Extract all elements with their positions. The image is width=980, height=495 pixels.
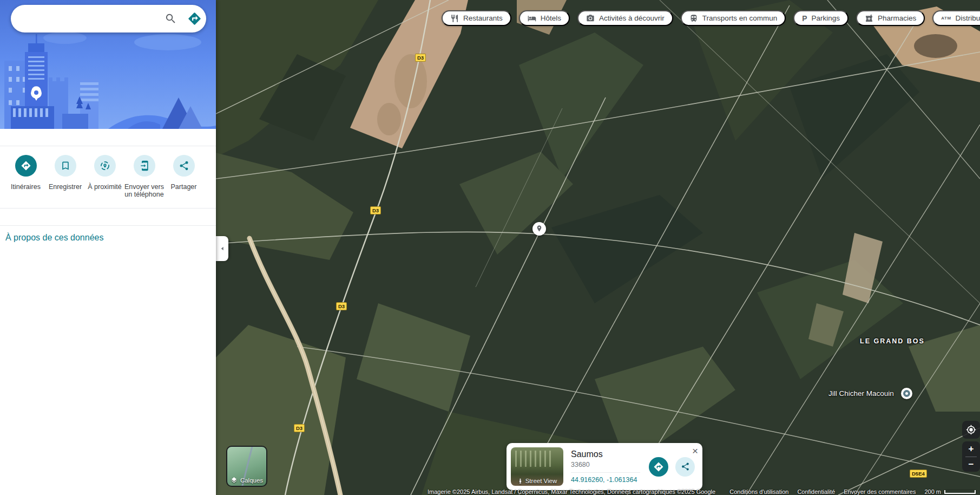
share-icon: [681, 462, 690, 471]
category-chips: Restaurants Hôtels Activités à découvrir…: [442, 10, 980, 26]
search-box: [11, 5, 206, 32]
chip-label: Transports en commun: [702, 14, 777, 22]
google-maps-app: Restaurants Hôtels Activités à découvrir…: [0, 0, 980, 495]
my-location-icon: [966, 425, 976, 435]
search-input[interactable]: [11, 14, 159, 23]
poi-label-jill-chicher-macouin: Jill Chicher Macouin: [828, 389, 894, 398]
layers-button[interactable]: Calques: [226, 446, 267, 487]
close-icon[interactable]: ×: [692, 445, 698, 457]
my-location-button[interactable]: [962, 421, 980, 439]
itineraires-button[interactable]: Itinéraires: [6, 155, 45, 198]
collapse-panel-button[interactable]: [216, 236, 228, 261]
road-badge-d3: D3: [294, 424, 305, 432]
restaurant-icon: [450, 14, 459, 23]
directions-button[interactable]: [649, 457, 668, 477]
scale-label: 200 m: [924, 489, 941, 495]
privacy-link[interactable]: Confidentialité: [797, 489, 835, 495]
street-view-label: Street View: [525, 478, 557, 484]
place-info-card: Street View Saumos 33680 44.916260, -1.0…: [507, 443, 702, 490]
parking-icon: P: [802, 14, 807, 23]
side-panel: Itinéraires Enregistrer À proxi: [0, 0, 216, 495]
map-scale: 200 m: [924, 489, 976, 495]
chip-hotels[interactable]: Hôtels: [519, 10, 570, 26]
road-badge-d3: D3: [370, 206, 381, 214]
road-badge-d3: D3: [415, 54, 426, 62]
area-label-le-grand-bos: LE GRAND BOS: [860, 337, 925, 345]
action-label: Envoyer vers un téléphone: [124, 183, 164, 198]
chip-pharmacies[interactable]: Pharmacies: [856, 10, 925, 26]
chip-label: Pharmacies: [878, 14, 916, 22]
chip-label: Activités à découvrir: [599, 14, 665, 22]
search-button[interactable]: [159, 7, 182, 31]
poi-marker[interactable]: [901, 388, 912, 399]
scale-bar: [944, 490, 976, 494]
zoom-out-button[interactable]: −: [962, 457, 980, 472]
road-badge-d3: D3: [336, 302, 347, 310]
imagery-attribution: Imagerie ©2025 Airbus, Landsat / Coperni…: [427, 489, 715, 495]
a-proximite-button[interactable]: À proximité: [85, 155, 124, 198]
place-coordinates[interactable]: 44.916260, -1.061364: [571, 476, 640, 484]
search-icon: [165, 12, 177, 25]
zoom-in-button[interactable]: +: [962, 441, 980, 457]
pharmacy-icon: [865, 14, 873, 23]
panel-spacer: [0, 129, 216, 146]
action-label: Enregistrer: [49, 183, 82, 191]
chevron-left-icon: [219, 245, 226, 252]
chip-label: Restaurants: [463, 14, 503, 22]
chip-label: Hôtels: [541, 14, 561, 22]
send-to-phone-icon: [139, 160, 150, 171]
action-label: Itinéraires: [11, 183, 41, 191]
share-button[interactable]: [675, 457, 695, 477]
place-title: Saumos: [571, 450, 640, 459]
directions-icon: [653, 461, 664, 472]
pegman-icon: [517, 478, 523, 484]
action-label: Partager: [171, 183, 197, 191]
zoom-controls: + −: [962, 441, 980, 472]
partager-button[interactable]: Partager: [164, 155, 203, 198]
chip-transit[interactable]: Transports en commun: [681, 10, 786, 26]
satellite-imagery: [216, 0, 980, 495]
chip-atm[interactable]: ATM Distributeurs de billets: [932, 10, 980, 26]
directions-search-button[interactable]: [182, 7, 206, 31]
share-icon: [179, 160, 189, 171]
selected-place-marker[interactable]: [532, 222, 546, 236]
satellite-map[interactable]: Restaurants Hôtels Activités à découvrir…: [216, 0, 980, 495]
road-badge-d5e4: D5E4: [910, 470, 927, 478]
envoyer-telephone-button[interactable]: Envoyer vers un téléphone: [124, 155, 164, 198]
camera-icon: [586, 14, 595, 23]
pin-icon: [535, 225, 543, 233]
card-divider: [571, 472, 640, 473]
chip-parkings[interactable]: P Parkings: [793, 10, 849, 26]
enregistrer-button[interactable]: Enregistrer: [45, 155, 85, 198]
layers-icon: [231, 477, 238, 484]
action-label: À proximité: [88, 183, 122, 191]
layers-label: Calques: [240, 477, 263, 484]
chip-activities[interactable]: Activités à découvrir: [577, 10, 673, 26]
chip-restaurants[interactable]: Restaurants: [442, 10, 511, 26]
directions-icon: [187, 11, 202, 26]
nearby-icon: [100, 160, 110, 171]
place-postal-code: 33680: [571, 461, 640, 468]
chip-label: Distributeurs de billets: [956, 14, 980, 22]
about-data-link[interactable]: À propos de ces données: [0, 226, 216, 250]
transit-icon: [689, 14, 698, 23]
atm-icon: ATM: [941, 16, 951, 21]
quick-actions: Itinéraires Enregistrer À proxi: [0, 146, 216, 208]
street-view-thumbnail[interactable]: Street View: [511, 447, 563, 486]
hotel-icon: [528, 14, 536, 23]
panel-spacer: [0, 209, 216, 225]
bookmark-icon: [60, 160, 71, 171]
directions-icon: [21, 160, 31, 171]
chip-label: Parkings: [812, 14, 840, 22]
feedback-link[interactable]: Envoyer des commentaires: [844, 489, 916, 495]
terms-link[interactable]: Conditions d'utilisation: [729, 489, 788, 495]
map-attribution: Imagerie ©2025 Airbus, Landsat / Coperni…: [216, 489, 980, 495]
city-illustration: [0, 0, 216, 129]
